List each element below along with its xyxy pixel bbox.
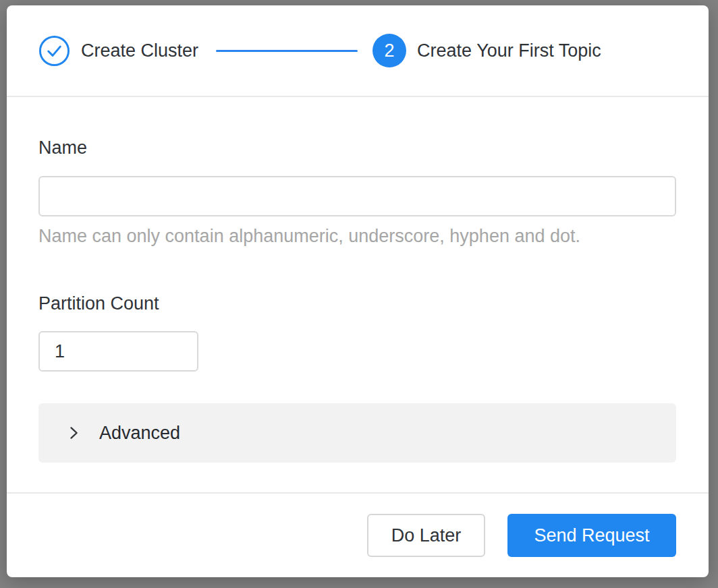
name-helper-text: Name can only contain alphanumeric, unde… [38, 225, 676, 247]
step-label-create-cluster: Create Cluster [81, 40, 198, 61]
stepper-step-create-topic: 2 Create Your First Topic [372, 34, 601, 67]
stepper-connector-line [216, 50, 358, 52]
chevron-right-icon [64, 423, 83, 442]
name-input[interactable] [38, 176, 676, 216]
partition-count-label: Partition Count [38, 293, 676, 314]
step-number-badge: 2 [372, 34, 406, 67]
modal-backdrop: Create Cluster 2 Create Your First Topic… [0, 0, 718, 588]
partition-count-input[interactable] [38, 331, 198, 372]
modal-footer: Do Later Send Request [7, 492, 709, 577]
send-request-button[interactable]: Send Request [507, 514, 676, 557]
create-first-topic-modal: Create Cluster 2 Create Your First Topic… [7, 5, 709, 577]
advanced-label: Advanced [99, 423, 180, 444]
step-label-create-topic: Create Your First Topic [417, 40, 601, 61]
advanced-toggle[interactable]: Advanced [38, 403, 676, 463]
name-label: Name [38, 137, 676, 158]
modal-header: Create Cluster 2 Create Your First Topic [7, 5, 709, 97]
do-later-button[interactable]: Do Later [367, 514, 485, 557]
stepper: Create Cluster 2 Create Your First Topic [38, 34, 676, 67]
check-icon [38, 35, 70, 67]
stepper-step-create-cluster: Create Cluster [38, 35, 198, 67]
topic-form: Name Name can only contain alphanumeric,… [7, 97, 709, 492]
